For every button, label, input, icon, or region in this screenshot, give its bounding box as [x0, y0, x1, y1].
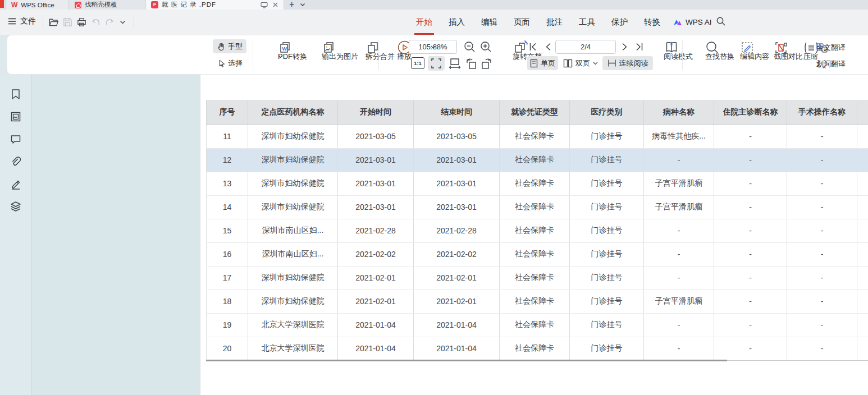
fit-page-button[interactable]	[428, 56, 445, 71]
table-cell: 16	[207, 242, 248, 266]
first-page-icon[interactable]	[529, 42, 537, 52]
compress-button[interactable]: 压缩	[791, 38, 816, 72]
signature-panel-icon[interactable]	[10, 178, 22, 190]
table-cell: 子宫平滑肌瘤	[644, 290, 714, 313]
table-cell: -	[787, 337, 857, 360]
comments-panel-icon[interactable]	[10, 133, 22, 145]
single-page-button[interactable]: 单页	[527, 56, 558, 70]
table-row[interactable]: 11深圳市妇幼保健院2021-03-052021-03-05社会保障卡门诊挂号病…	[207, 125, 868, 148]
pdf-page: 序号定点医药机构名称开始时间结束时间就诊凭证类型医疗类别病种名称住院主诊断名称手…	[200, 75, 868, 395]
redo-icon[interactable]	[104, 17, 115, 27]
ribbon-menu-4[interactable]: 批注	[546, 10, 563, 35]
ribbon-menu-0[interactable]: 开始	[416, 10, 432, 35]
table-cell: -	[714, 172, 787, 195]
table-row[interactable]: 14深圳市妇幼保健院2021-03-012021-03-01社会保障卡门诊挂号子…	[207, 195, 868, 219]
close-tab-icon[interactable]	[272, 2, 278, 8]
table-cell: -	[787, 290, 857, 313]
screenshot-compare-button[interactable]: 截图对比	[756, 38, 791, 72]
table-row[interactable]: 20北京大学深圳医院2021-01-042021-01-04社会保障卡门诊挂号-…	[207, 337, 868, 360]
table-row[interactable]: 17深圳市妇幼保健院2021-02-012021-02-01社会保障卡门诊挂号-…	[207, 266, 868, 290]
previous-page-icon[interactable]	[545, 43, 551, 51]
ribbon-menu-2[interactable]: 编辑	[481, 10, 497, 35]
table-head: 序号定点医药机构名称开始时间结束时间就诊凭证类型医疗类别病种名称住院主诊断名称手…	[207, 100, 868, 125]
table-cell	[857, 125, 868, 148]
table-cell: -	[787, 219, 857, 242]
word-translate-button[interactable]: 文 A 划词翻译	[816, 59, 836, 69]
table-cell: -	[787, 148, 857, 172]
table-cell: 门诊挂号	[570, 266, 644, 290]
table-row[interactable]: 19北京大学深圳医院2021-01-042021-01-04社会保障卡门诊挂号-…	[207, 313, 868, 337]
page-number-input[interactable]	[555, 40, 616, 54]
rotate-document-button[interactable]: 旋转文档	[495, 38, 531, 72]
new-tab-button[interactable]: +	[289, 0, 294, 10]
table-cell: 2021-02-02	[414, 242, 500, 266]
table-row[interactable]: 18深圳市妇幼保健院2021-02-012021-02-01社会保障卡门诊挂号子…	[207, 290, 868, 313]
zoom-out-icon[interactable]	[463, 40, 476, 53]
ribbon-menu-7[interactable]: 转换	[644, 10, 660, 35]
next-page-icon[interactable]	[622, 43, 628, 51]
tab-medical-record-pdf[interactable]: P 就 医 记 录 .PDF	[146, 0, 284, 10]
ribbon-menu-1[interactable]: 插入	[449, 10, 465, 35]
open-file-icon[interactable]	[48, 17, 59, 27]
select-tool-button[interactable]: 选择	[213, 56, 246, 70]
tab-docer-templates[interactable]: 找稻壳模板	[70, 0, 145, 10]
rotate-right-icon[interactable]	[480, 57, 494, 70]
find-replace-button[interactable]: 查找替换	[688, 38, 723, 72]
zoom-in-icon[interactable]	[479, 40, 492, 53]
table-row[interactable]: 16深圳市南山区妇...2021-02-022021-02-02社会保障卡门诊挂…	[207, 242, 868, 266]
last-page-icon[interactable]	[635, 42, 643, 52]
full-text-translate-button[interactable]: A 文 全文翻译	[816, 43, 828, 53]
menu-bar: 文件 开始插入编辑页面批注工具保护转换	[0, 10, 868, 35]
table-row[interactable]: 12深圳市妇幼保健院2021-03-012021-03-01社会保障卡门诊挂号-…	[207, 148, 868, 172]
ribbon-menu-5[interactable]: 工具	[579, 10, 595, 35]
zoom-level-combobox[interactable]: 105.88%	[409, 40, 457, 54]
fit-width-icon[interactable]	[449, 58, 461, 69]
quick-access-chevron-icon[interactable]	[120, 20, 126, 25]
chevron-down-icon	[366, 55, 371, 58]
ribbon-menus: 开始插入编辑页面批注工具保护转换	[416, 10, 660, 35]
ribbon-menu-3[interactable]: 页面	[514, 10, 530, 35]
tab-list-chevron-icon[interactable]	[300, 3, 305, 7]
table-cell: 深圳市南山区妇...	[248, 242, 338, 266]
rotate-left-icon[interactable]	[464, 57, 478, 70]
actual-size-button[interactable]: 1:1	[411, 57, 424, 69]
play-button[interactable]: 播放	[382, 38, 412, 72]
actual-size-label: 1:1	[414, 60, 422, 66]
split-merge-button[interactable]: 拆分合并	[344, 38, 387, 72]
edit-content-button[interactable]: 编辑内容	[723, 38, 757, 72]
hand-tool-button[interactable]: 手型	[213, 39, 246, 53]
export-as-image-button[interactable]: 输出为图片	[299, 38, 344, 72]
undo-icon[interactable]	[90, 17, 101, 27]
thumbnails-panel-icon[interactable]	[10, 111, 22, 123]
table-cell: -	[714, 290, 787, 313]
pdf-file-icon: P	[151, 1, 158, 8]
hamburger-icon	[8, 18, 16, 25]
read-mode-button[interactable]: 阅读模式	[646, 38, 681, 72]
ribbon-toolbar: 手型 选择 W PDF转换	[7, 35, 868, 75]
continuous-reading-button[interactable]: 连续阅读	[602, 56, 653, 70]
pdf-convert-button[interactable]: W PDF转换	[256, 38, 300, 72]
double-page-label: 双页	[575, 58, 590, 68]
tab-wps-office[interactable]: W WPS Office	[6, 0, 69, 10]
table-cell: 2021-02-01	[338, 266, 414, 290]
wps-ai-button[interactable]: WPS AI	[673, 10, 712, 35]
table-cell: 社会保障卡	[500, 313, 570, 337]
table-cell: 11	[207, 125, 248, 148]
table-cell: -	[714, 242, 787, 266]
table-row[interactable]: 13深圳市妇幼保健院2021-03-012021-03-01社会保障卡门诊挂号子…	[207, 172, 868, 195]
table-row[interactable]: 15深圳市南山区妇...2021-02-282021-02-28社会保障卡门诊挂…	[207, 219, 868, 242]
table-cell: 社会保障卡	[500, 242, 570, 266]
print-icon[interactable]	[76, 17, 87, 27]
save-icon[interactable]	[62, 17, 73, 27]
bookmarks-panel-icon[interactable]	[10, 88, 22, 100]
layers-panel-icon[interactable]	[10, 200, 22, 213]
search-icon[interactable]	[716, 16, 726, 26]
table-cell: 2021-02-02	[338, 242, 414, 266]
double-page-button[interactable]: 双页	[562, 56, 599, 70]
table-cell: -	[714, 266, 787, 290]
share-to-screen-icon[interactable]	[261, 2, 268, 8]
ribbon-menu-6[interactable]: 保护	[611, 10, 628, 35]
file-menu-button[interactable]: 文件	[8, 16, 36, 26]
table-cell: -	[644, 266, 714, 290]
attachments-panel-icon[interactable]	[10, 155, 22, 168]
